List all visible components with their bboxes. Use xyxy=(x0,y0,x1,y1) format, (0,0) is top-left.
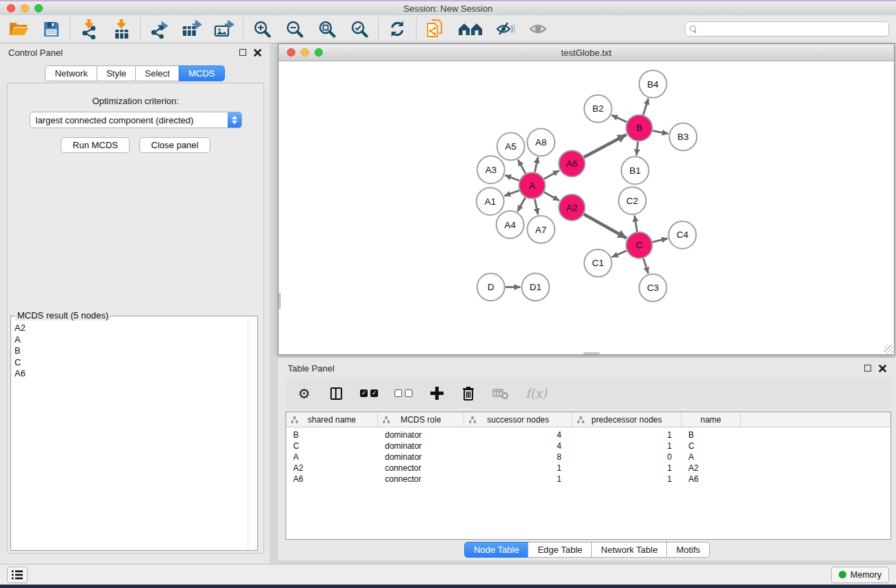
disable-all-columns-button[interactable] xyxy=(395,385,412,403)
graph-node-label-B2: B2 xyxy=(593,103,604,114)
close-panel-icon[interactable] xyxy=(254,49,261,57)
export-table-button[interactable] xyxy=(181,19,202,39)
control-panel: Control Panel NetworkStyleSelectMCDS Opt… xyxy=(0,43,270,564)
select-stepper-icon xyxy=(228,112,241,128)
table-row[interactable]: A6connector11A6 xyxy=(286,474,890,485)
optimization-select[interactable]: largest connected component (directed) xyxy=(30,112,242,128)
close-table-panel-icon[interactable] xyxy=(879,365,886,372)
delete-table-button[interactable] xyxy=(492,385,509,403)
split-table-button[interactable] xyxy=(328,385,344,403)
table-cell: 1 xyxy=(464,474,573,484)
column-header-mcds-role[interactable]: MCDS role xyxy=(378,412,464,427)
table-row[interactable]: Cdominator41C xyxy=(286,440,890,452)
zoom-fit-button[interactable] xyxy=(317,19,337,39)
tab-node-table[interactable]: Node Table xyxy=(464,542,529,558)
import-table-icon xyxy=(112,19,131,39)
eye-icon xyxy=(528,21,548,37)
export-network-button[interactable] xyxy=(149,19,170,39)
graph-edge-B-B2[interactable] xyxy=(612,115,627,122)
graph-node-label-A3: A3 xyxy=(485,165,496,175)
column-type-icon xyxy=(469,416,476,423)
table-settings-button[interactable]: ⚙ xyxy=(297,385,312,403)
graph-edge-B-B1[interactable] xyxy=(637,141,638,155)
graph-edge-A-A7[interactable] xyxy=(535,199,538,215)
vertical-scrollbar[interactable] xyxy=(279,293,281,309)
graph-edge-A-A2[interactable] xyxy=(544,192,559,201)
mcds-result-item[interactable]: A2 xyxy=(14,323,246,334)
duplicate-network-button[interactable] xyxy=(425,19,446,39)
run-mcds-button[interactable]: Run MCDS xyxy=(61,137,130,153)
refresh-view-button[interactable] xyxy=(387,19,408,39)
tab-motifs[interactable]: Motifs xyxy=(666,542,710,558)
function-builder-button[interactable]: f(x) xyxy=(526,385,547,403)
tab-edge-table[interactable]: Edge Table xyxy=(528,542,592,558)
graph-edge-A-A3[interactable] xyxy=(505,175,519,181)
zoom-selected-button[interactable] xyxy=(349,19,370,39)
mcds-result-item[interactable]: A6 xyxy=(14,368,246,380)
graph-edge-B-B4[interactable] xyxy=(644,99,648,115)
graph-edge-C-C2[interactable] xyxy=(635,216,637,232)
tab-style[interactable]: Style xyxy=(97,65,136,81)
tab-network[interactable]: Network xyxy=(45,65,97,81)
column-header-name[interactable]: name xyxy=(681,412,741,427)
memory-button[interactable]: Memory xyxy=(831,567,889,583)
show-panels-button[interactable] xyxy=(7,567,28,583)
mcds-result-item[interactable]: C xyxy=(14,357,246,369)
graph-edge-A6-B[interactable] xyxy=(584,134,626,157)
graph-edge-C-C1[interactable] xyxy=(612,251,626,257)
table-row[interactable]: Adominator80A xyxy=(286,452,890,463)
delete-column-button[interactable] xyxy=(461,385,476,403)
column-header-shared-name[interactable]: shared name xyxy=(286,412,378,427)
search-input[interactable] xyxy=(701,24,884,34)
graph-node-label-D: D xyxy=(488,282,495,292)
session-title: Session: New Session xyxy=(0,3,896,14)
table-row[interactable]: A2connector11A2 xyxy=(286,463,890,474)
save-icon xyxy=(43,21,60,38)
graph-node-label-A6: A6 xyxy=(566,159,577,169)
open-folder-icon xyxy=(9,21,29,37)
mcds-result-item[interactable]: B xyxy=(14,345,246,357)
zoom-in-button[interactable] xyxy=(252,19,272,39)
duplicate-network-icon xyxy=(426,19,444,39)
close-panel-button[interactable]: Close panel xyxy=(139,137,210,153)
mcds-result-item[interactable]: A xyxy=(14,334,246,346)
graph-node-label-B3: B3 xyxy=(677,132,688,142)
graph-edge-C-C4[interactable] xyxy=(653,239,668,242)
open-file-button[interactable] xyxy=(8,19,29,39)
hide-selected-button[interactable] xyxy=(495,19,516,39)
delete-table-icon xyxy=(492,387,509,400)
enable-all-columns-button[interactable]: ✓✓ xyxy=(360,385,378,403)
graph-node-label-C1: C1 xyxy=(592,258,604,268)
graph-edge-A-A8[interactable] xyxy=(535,157,538,172)
import-table-button[interactable] xyxy=(111,19,132,39)
tab-select[interactable]: Select xyxy=(135,65,179,81)
graph-edge-A-A5[interactable] xyxy=(518,160,526,174)
import-network-button[interactable] xyxy=(79,19,99,39)
column-header-predecessor-nodes[interactable]: predecessor nodes xyxy=(573,412,681,427)
show-all-button[interactable] xyxy=(528,19,548,39)
add-column-button[interactable] xyxy=(429,385,444,403)
graph-node-label-C2: C2 xyxy=(626,196,638,206)
graph-edge-A-A6[interactable] xyxy=(544,170,559,179)
float-table-panel-icon[interactable] xyxy=(864,365,871,372)
export-image-button[interactable] xyxy=(214,19,235,39)
graph-edge-C-C3[interactable] xyxy=(644,258,648,274)
table-row[interactable]: Bdominator41B xyxy=(286,429,890,440)
graph-edge-A-A1[interactable] xyxy=(504,190,519,196)
result-scrollbar[interactable] xyxy=(248,317,257,549)
horizontal-scrollbar[interactable] xyxy=(584,352,599,354)
graph-edge-A2-C[interactable] xyxy=(584,214,626,239)
save-session-button[interactable] xyxy=(41,19,61,39)
graph-edge-B-B3[interactable] xyxy=(653,131,668,134)
first-neighbors-button[interactable] xyxy=(457,19,484,39)
search-icon xyxy=(690,26,697,33)
network-canvas[interactable]: B4B2BB3A5A8A6A3AB1A1C2A2A4A7CC4C1C3DD1 xyxy=(279,61,894,354)
tab-mcds[interactable]: MCDS xyxy=(179,65,224,81)
float-panel-icon[interactable] xyxy=(239,49,246,56)
zoom-out-button[interactable] xyxy=(284,19,305,39)
graph-edge-A-A4[interactable] xyxy=(517,197,525,211)
resize-grip[interactable] xyxy=(884,345,893,354)
tab-network-table[interactable]: Network Table xyxy=(591,542,667,558)
column-header-successor-nodes[interactable]: successor nodes xyxy=(464,412,573,427)
toolbar-search-field[interactable] xyxy=(685,21,889,37)
